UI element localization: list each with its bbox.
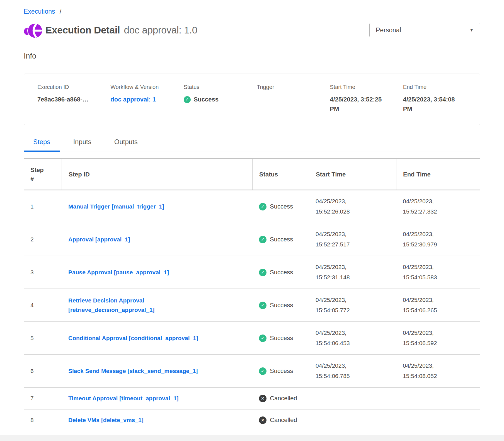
info-field-execution-id: Execution ID 7e8ac396-a868-…	[37, 84, 108, 114]
success-check-icon: ✓	[259, 203, 266, 210]
step-link[interactable]: Retrieve Decision Approval [retrieve_dec…	[68, 296, 224, 315]
table-header-row: Step # Step ID Status Start Time End Tim…	[24, 159, 480, 190]
execution-id-value: 7e8ac396-a868-…	[37, 95, 108, 104]
field-label: Workflow & Version	[110, 84, 181, 90]
success-check-icon: ✓	[259, 236, 266, 243]
table-row: 5 Conditional Approval [conditional_appr…	[24, 322, 480, 355]
step-start-time: 04/25/2023,15:52:27.517	[309, 225, 396, 254]
divider	[24, 44, 480, 44]
breadcrumb-executions-link[interactable]: Executions	[24, 8, 55, 15]
field-label: Execution ID	[37, 84, 108, 90]
step-status: Success	[270, 269, 293, 276]
step-start-time	[309, 416, 396, 424]
success-check-icon: ✓	[184, 96, 191, 103]
cancelled-x-icon: ✕	[259, 416, 266, 424]
step-link[interactable]: Timeout Approval [timeout_approval_1]	[68, 394, 179, 403]
table-row: 3 Pause Approval [pause_approval_1] ✓ Su…	[24, 256, 480, 289]
step-number: 4	[24, 298, 62, 312]
step-number: 2	[24, 232, 62, 247]
step-start-time: 04/25/2023,15:52:31.148	[309, 258, 396, 287]
breadcrumb-separator: /	[60, 8, 61, 15]
column-header-step-id: Step ID	[62, 159, 252, 190]
step-end-time: 04/25/2023,15:54:08.052	[396, 357, 480, 385]
cancelled-x-icon: ✕	[259, 395, 266, 402]
info-section-title: Info	[24, 52, 480, 60]
workflow-logo-icon	[24, 21, 43, 39]
table-row: 2 Approval [approval_1] ✓ Success 04/25/…	[24, 223, 480, 256]
step-link[interactable]: Conditional Approval [conditional_approv…	[68, 333, 198, 343]
step-end-time	[396, 394, 480, 402]
step-start-time	[309, 394, 396, 402]
info-field-status: Status ✓ Success	[184, 84, 254, 114]
start-time-value: 4/25/2023, 3:52:25 PM	[330, 95, 386, 114]
step-status: Cancelled	[270, 416, 297, 424]
success-check-icon: ✓	[259, 302, 266, 309]
step-number: 7	[24, 391, 62, 406]
steps-table: Step # Step ID Status Start Time End Tim…	[24, 158, 480, 431]
step-link[interactable]: Delete VMs [delete_vms_1]	[68, 415, 144, 425]
table-row: 7 Timeout Approval [timeout_approval_1] …	[24, 388, 480, 410]
step-end-time: 04/25/2023,15:52:27.332	[396, 192, 480, 221]
step-start-time: 04/25/2023,15:54:06.785	[309, 357, 396, 385]
field-label: Trigger	[257, 84, 327, 90]
chevron-down-icon: ▼	[469, 27, 474, 33]
tab-steps[interactable]: Steps	[24, 138, 60, 151]
step-status: Success	[270, 367, 293, 375]
step-link[interactable]: Manual Trigger [manual_trigger_1]	[68, 202, 164, 212]
end-time-value: 4/25/2023, 3:54:08 PM	[403, 95, 459, 114]
page-subtitle: doc approval: 1.0	[124, 25, 197, 36]
step-end-time: 04/25/2023,15:54:06.592	[396, 324, 480, 352]
step-number: 6	[24, 364, 62, 378]
step-status: Success	[270, 302, 293, 309]
step-start-time: 04/25/2023,15:54:05.772	[309, 291, 396, 319]
step-end-time: 04/25/2023,15:52:30.979	[396, 225, 480, 254]
step-end-time: 04/25/2023,15:54:05.583	[396, 258, 480, 287]
field-label: Start Time	[330, 84, 400, 90]
step-number: 8	[24, 413, 62, 427]
step-status: Success	[270, 203, 293, 210]
table-row: 8 Delete VMs [delete_vms_1] ✕ Cancelled	[24, 410, 480, 431]
tab-outputs[interactable]: Outputs	[105, 138, 147, 151]
success-check-icon: ✓	[259, 335, 266, 342]
info-field-trigger: Trigger	[257, 84, 327, 114]
table-row: 6 Slack Send Message [slack_send_message…	[24, 355, 480, 388]
success-check-icon: ✓	[259, 367, 266, 375]
field-label: Status	[184, 84, 254, 90]
step-link[interactable]: Approval [approval_1]	[68, 235, 130, 244]
step-number: 1	[24, 199, 62, 214]
title-row: Execution Detail doc approval: 1.0 Perso…	[24, 21, 480, 39]
step-link[interactable]: Slack Send Message [slack_send_message_1…	[68, 366, 198, 376]
status-value: Success	[194, 95, 219, 104]
info-field-workflow-version: Workflow & Version doc approval: 1	[110, 84, 181, 114]
step-number: 3	[24, 265, 62, 280]
field-label: End Time	[403, 84, 473, 90]
workflow-version-link[interactable]: doc approval: 1	[110, 95, 181, 104]
tab-inputs[interactable]: Inputs	[64, 138, 101, 151]
execution-info-card: Execution ID 7e8ac396-a868-… Workflow & …	[24, 74, 480, 125]
step-start-time: 04/25/2023,15:54:06.453	[309, 324, 396, 352]
column-header-start-time: Start Time	[309, 159, 396, 190]
table-row: 4 Retrieve Decision Approval [retrieve_d…	[24, 289, 480, 322]
table-row: 1 Manual Trigger [manual_trigger_1] ✓ Su…	[24, 190, 480, 223]
column-header-status: Status	[252, 159, 309, 190]
detail-tabs: Steps Inputs Outputs	[24, 138, 480, 151]
info-field-start-time: Start Time 4/25/2023, 3:52:25 PM	[330, 84, 400, 114]
step-number: 5	[24, 331, 62, 345]
column-header-step-num: Step #	[24, 159, 62, 190]
workspace-dropdown-value: Personal	[376, 26, 401, 34]
execution-detail-page: Executions / Execution Detail doc approv…	[0, 0, 504, 431]
success-check-icon: ✓	[259, 269, 266, 276]
step-end-time	[396, 416, 480, 424]
column-header-end-time: End Time	[396, 159, 480, 190]
step-end-time: 04/25/2023,15:54:06.265	[396, 291, 480, 319]
workspace-dropdown[interactable]: Personal ▼	[369, 23, 480, 37]
step-start-time: 04/25/2023,15:52:26.028	[309, 192, 396, 221]
divider	[24, 65, 480, 65]
step-status: Cancelled	[270, 395, 297, 402]
step-status: Success	[270, 236, 293, 243]
step-status: Success	[270, 335, 293, 342]
step-link[interactable]: Pause Approval [pause_approval_1]	[68, 268, 169, 277]
info-field-end-time: End Time 4/25/2023, 3:54:08 PM	[403, 84, 473, 114]
page-title: Execution Detail	[45, 25, 120, 36]
breadcrumb: Executions /	[24, 8, 480, 15]
